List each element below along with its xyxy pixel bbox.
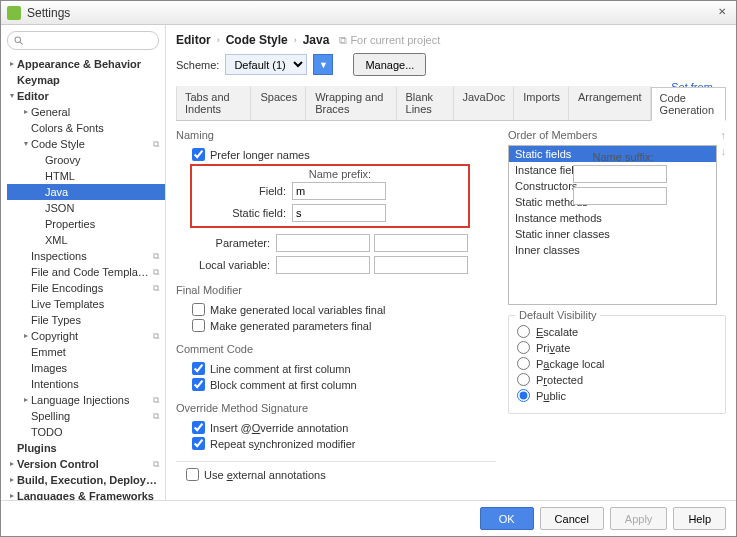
tree-item-colors-fonts[interactable]: Colors & Fonts	[7, 120, 165, 136]
tree-item-plugins[interactable]: Plugins	[7, 440, 165, 456]
search-icon	[13, 35, 24, 46]
final-mod-title: Final Modifier	[176, 284, 242, 296]
close-icon[interactable]: ✕	[714, 5, 730, 21]
field-label: Field:	[208, 185, 292, 197]
titlebar: Settings ✕	[1, 1, 736, 25]
help-button[interactable]: Help	[673, 507, 726, 530]
local-variable-suffix-input[interactable]	[374, 256, 468, 274]
tab-wrapping-and-braces[interactable]: Wrapping and Braces	[306, 86, 396, 120]
tab-javadoc[interactable]: JavaDoc	[454, 86, 515, 120]
tree-item-java[interactable]: Java	[7, 184, 165, 200]
search-input[interactable]	[7, 31, 159, 50]
tree-item-file-and-code-templates[interactable]: File and Code Templates⧉	[7, 264, 165, 280]
visibility-option-4[interactable]: Public	[517, 389, 717, 402]
final-local-checkbox[interactable]	[192, 303, 205, 316]
chevron-right-icon: ›	[294, 35, 297, 45]
comment-code-section: Comment Code Line comment at first colum…	[176, 343, 496, 394]
chevron-right-icon: ›	[217, 35, 220, 45]
repeat-sync-checkbox[interactable]	[192, 437, 205, 450]
svg-line-1	[20, 42, 23, 45]
final-param-checkbox[interactable]	[192, 319, 205, 332]
breadcrumb-java[interactable]: Java	[303, 33, 330, 47]
scheme-label: Scheme:	[176, 59, 219, 71]
parameter-label: Parameter:	[192, 237, 276, 249]
tree-item-file-encodings[interactable]: File Encodings⧉	[7, 280, 165, 296]
tab-blank-lines[interactable]: Blank Lines	[397, 86, 454, 120]
tree-item-spelling[interactable]: Spelling⧉	[7, 408, 165, 424]
static-field-prefix-input[interactable]	[292, 204, 386, 222]
tree-item-build-execution-deployment[interactable]: ▸Build, Execution, Deployment	[7, 472, 165, 488]
naming-prefix-highlight: Name prefix: Field: Static field:	[190, 164, 470, 228]
tree-item-copyright[interactable]: ▸Copyright⧉	[7, 328, 165, 344]
member-inner-classes[interactable]: Inner classes	[509, 242, 716, 258]
scheme-select[interactable]: Default (1)	[225, 54, 307, 75]
tree-item-html[interactable]: HTML	[7, 168, 165, 184]
tab-code-generation[interactable]: Code Generation	[651, 87, 726, 121]
line-comment-checkbox[interactable]	[192, 362, 205, 375]
member-instance-methods[interactable]: Instance methods	[509, 210, 716, 226]
tree-item-appearance-behavior[interactable]: ▸Appearance & Behavior	[7, 56, 165, 72]
footer: OK Cancel Apply Help	[1, 500, 736, 536]
tree-item-intentions[interactable]: Intentions	[7, 376, 165, 392]
tree-item-file-types[interactable]: File Types	[7, 312, 165, 328]
local-variable-label: Local variable:	[192, 259, 276, 271]
external-annotations-label: Use external annotations	[204, 469, 326, 481]
local-variable-prefix-input[interactable]	[276, 256, 370, 274]
override-title: Override Method Signature	[176, 402, 308, 414]
static-field-label: Static field:	[208, 207, 292, 219]
default-visibility-section: Default Visibility EscalatePrivatePackag…	[508, 315, 726, 414]
line-comment-label: Line comment at first column	[210, 363, 351, 375]
external-annotations-checkbox[interactable]	[186, 468, 199, 481]
visibility-option-0[interactable]: Escalate	[517, 325, 717, 338]
tree-item-languages-frameworks[interactable]: ▸Languages & Frameworks	[7, 488, 165, 500]
block-comment-checkbox[interactable]	[192, 378, 205, 391]
move-down-icon[interactable]: ↓	[721, 145, 727, 157]
tree-item-json[interactable]: JSON	[7, 200, 165, 216]
tree-item-groovy[interactable]: Groovy	[7, 152, 165, 168]
ok-button[interactable]: OK	[480, 507, 534, 530]
move-up-icon[interactable]: ↑	[721, 129, 727, 141]
tree-item-code-style[interactable]: ▾Code Style⧉	[7, 136, 165, 152]
breadcrumb: Editor › Code Style › Java ⧉For current …	[176, 33, 726, 47]
tree-item-editor[interactable]: ▾Editor	[7, 88, 165, 104]
parameter-suffix-input[interactable]	[374, 234, 468, 252]
tree-item-properties[interactable]: Properties	[7, 216, 165, 232]
tree-item-xml[interactable]: XML	[7, 232, 165, 248]
tab-imports[interactable]: Imports	[514, 86, 569, 120]
tree-item-general[interactable]: ▸General	[7, 104, 165, 120]
visibility-option-3[interactable]: Protected	[517, 373, 717, 386]
member-static-inner-classes[interactable]: Static inner classes	[509, 226, 716, 242]
tab-arrangement[interactable]: Arrangement	[569, 86, 651, 120]
parameter-prefix-input[interactable]	[276, 234, 370, 252]
tree-item-version-control[interactable]: ▸Version Control⧉	[7, 456, 165, 472]
tab-spaces[interactable]: Spaces	[251, 86, 306, 120]
final-local-label: Make generated local variables final	[210, 304, 386, 316]
scheme-dropdown-button[interactable]: ▼	[313, 54, 333, 75]
tree-item-keymap[interactable]: Keymap	[7, 72, 165, 88]
override-annotation-checkbox[interactable]	[192, 421, 205, 434]
visibility-option-1[interactable]: Private	[517, 341, 717, 354]
block-comment-label: Block comment at first column	[210, 379, 357, 391]
manage-button[interactable]: Manage...	[353, 53, 426, 76]
comment-title: Comment Code	[176, 343, 253, 355]
tree-item-images[interactable]: Images	[7, 360, 165, 376]
tree-item-language-injections[interactable]: ▸Language Injections⧉	[7, 392, 165, 408]
final-param-label: Make generated parameters final	[210, 320, 371, 332]
override-annotation-label: Insert @Override annotation	[210, 422, 348, 434]
window-title: Settings	[27, 6, 714, 20]
apply-button[interactable]: Apply	[610, 507, 668, 530]
override-section: Override Method Signature Insert @Overri…	[176, 402, 496, 453]
tree-item-emmet[interactable]: Emmet	[7, 344, 165, 360]
breadcrumb-editor[interactable]: Editor	[176, 33, 211, 47]
prefer-longer-names-label: Prefer longer names	[210, 149, 310, 161]
app-icon	[7, 6, 21, 20]
cancel-button[interactable]: Cancel	[540, 507, 604, 530]
visibility-option-2[interactable]: Package local	[517, 357, 717, 370]
field-prefix-input[interactable]	[292, 182, 386, 200]
tab-tabs-and-indents[interactable]: Tabs and Indents	[176, 86, 251, 120]
breadcrumb-codestyle[interactable]: Code Style	[226, 33, 288, 47]
tree-item-live-templates[interactable]: Live Templates	[7, 296, 165, 312]
prefer-longer-names-checkbox[interactable]	[192, 148, 205, 161]
tree-item-inspections[interactable]: Inspections⧉	[7, 248, 165, 264]
tree-item-todo[interactable]: TODO	[7, 424, 165, 440]
